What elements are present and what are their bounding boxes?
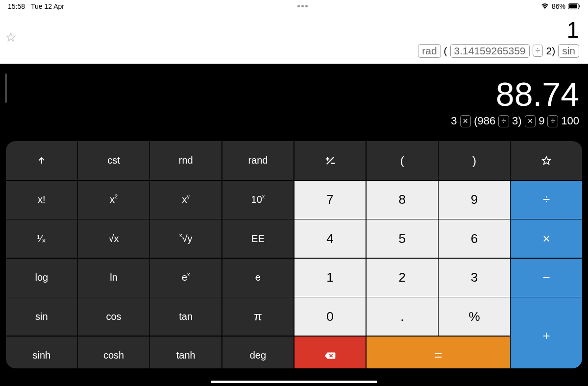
add-button[interactable]: + [511, 297, 582, 368]
svg-marker-4 [542, 156, 551, 164]
history-result: 1 [566, 19, 579, 41]
digit-8-button[interactable]: 8 [367, 181, 438, 219]
digit-6-button[interactable]: 6 [439, 219, 510, 258]
sin-badge: sin [558, 44, 579, 58]
favorite-button[interactable] [511, 141, 582, 180]
svg-rect-1 [569, 4, 577, 8]
svg-rect-2 [579, 5, 580, 7]
wifi-icon [541, 2, 549, 10]
favorite-icon[interactable] [6, 32, 16, 44]
digit-5-button[interactable]: 5 [367, 219, 438, 258]
display-area: 88.74 3 × (986 ÷ 3) × 9 ÷ 100 [0, 64, 588, 141]
digit-4-button[interactable]: 4 [294, 219, 366, 258]
battery-icon [568, 3, 580, 9]
reciprocal-button[interactable]: ¹⁄ₓ [6, 219, 77, 258]
equals-button[interactable]: = [367, 337, 510, 369]
ten-power-x-button[interactable]: 10x [222, 181, 294, 219]
history-expression: rad ( 3.14159265359 ÷ 2) sin [418, 44, 579, 58]
multiply-button[interactable]: × [511, 219, 582, 258]
battery-percent: 86% [552, 2, 565, 10]
cosh-button[interactable]: cosh [78, 337, 149, 369]
display-result: 88.74 [496, 77, 579, 111]
digit-9-button[interactable]: 9 [439, 181, 510, 219]
digit-7-button[interactable]: 7 [294, 181, 366, 219]
digit-0-button[interactable]: 0 [294, 297, 366, 336]
digit-2-button[interactable]: 2 [367, 259, 438, 297]
pi-button[interactable]: π [222, 297, 294, 336]
rand-button[interactable]: rand [222, 141, 294, 180]
scroll-indicator [5, 73, 7, 103]
page-dots [64, 5, 541, 7]
digit-1-button[interactable]: 1 [294, 259, 366, 297]
backspace-button[interactable] [294, 337, 366, 369]
shift-button[interactable] [6, 141, 77, 180]
sin-button[interactable]: sin [6, 297, 77, 336]
sinh-button[interactable]: sinh [6, 337, 77, 369]
status-time: 15:58 [8, 2, 25, 10]
percent-button[interactable]: % [439, 297, 510, 336]
cst-button[interactable]: cst [78, 141, 149, 180]
deg-button[interactable]: deg [222, 337, 294, 369]
ln-button[interactable]: ln [78, 259, 149, 297]
status-date: Tue 12 Apr [31, 2, 64, 10]
rnd-button[interactable]: rnd [150, 141, 221, 180]
nth-root-button[interactable]: x√y [150, 219, 221, 258]
paren-close-button[interactable]: ) [439, 141, 510, 180]
e-power-x-button[interactable]: ex [150, 259, 221, 297]
factorial-button[interactable]: x! [6, 181, 77, 219]
x-power-y-button[interactable]: xy [150, 181, 221, 219]
log-button[interactable]: log [6, 259, 77, 297]
mode-badge: rad [418, 44, 441, 58]
status-bar: 15:58 Tue 12 Apr 86% [0, 0, 588, 12]
decimal-button[interactable]: . [367, 297, 438, 336]
digit-3-button[interactable]: 3 [439, 259, 510, 297]
divide-button[interactable]: ÷ [511, 181, 582, 219]
divide-badge: ÷ [533, 45, 543, 57]
x-squared-button[interactable]: x2 [78, 181, 149, 219]
keypad: cst rnd rand ( ) x! x2 xy 10x 7 8 9 ÷ ¹⁄… [0, 141, 588, 374]
svg-marker-3 [7, 33, 15, 41]
paren-open-button[interactable]: ( [367, 141, 438, 180]
history-bar[interactable]: 1 rad ( 3.14159265359 ÷ 2) sin [0, 12, 588, 64]
display-expression: 3 × (986 ÷ 3) × 9 ÷ 100 [451, 115, 579, 127]
tan-button[interactable]: tan [150, 297, 221, 336]
ee-button[interactable]: EE [222, 219, 294, 258]
sqrt-button[interactable]: √x [78, 219, 149, 258]
subtract-button[interactable]: − [511, 259, 582, 297]
e-button[interactable]: e [222, 259, 294, 297]
pi-value: 3.14159265359 [450, 44, 530, 58]
home-indicator[interactable] [211, 381, 377, 383]
tanh-button[interactable]: tanh [150, 337, 221, 369]
sign-button[interactable] [294, 141, 366, 180]
cos-button[interactable]: cos [78, 297, 149, 336]
